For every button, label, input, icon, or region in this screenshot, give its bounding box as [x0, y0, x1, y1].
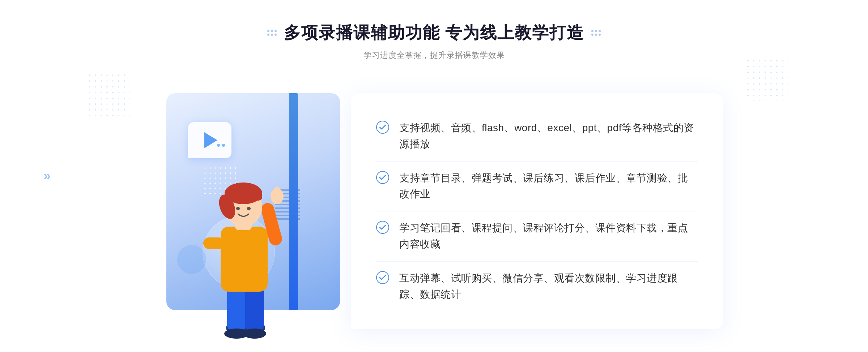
feature-text-1: 支持视频、音频、flash、word、excel、ppt、pdf等各种格式的资源… [399, 120, 698, 153]
title-dots-left [267, 30, 277, 36]
check-icon-1 [376, 121, 389, 134]
character-figure [174, 140, 311, 344]
check-icon-2 [376, 171, 389, 184]
svg-point-20 [376, 221, 389, 233]
svg-point-14 [236, 207, 240, 210]
svg-rect-6 [221, 227, 268, 292]
illustration-wrapper [145, 79, 362, 344]
svg-rect-17 [274, 187, 280, 200]
chevron-left-decoration: » [43, 169, 51, 183]
bg-dots-left [87, 72, 130, 116]
header-section: 多项录播课辅助功能 专为线上教学打造 学习进度全掌握，提升录播课教学效果 [267, 22, 601, 61]
features-panel: 支持视频、音频、flash、word、excel、ppt、pdf等各种格式的资源… [351, 93, 723, 329]
check-icon-3 [376, 221, 389, 234]
svg-point-19 [376, 171, 389, 184]
svg-rect-8 [203, 237, 224, 249]
svg-point-5 [243, 329, 266, 339]
content-area: 支持视频、音频、flash、word、excel、ppt、pdf等各种格式的资源… [145, 79, 723, 344]
feature-text-2: 支持章节目录、弹题考试、课后练习、课后作业、章节测验、批改作业 [399, 170, 698, 203]
subtitle: 学习进度全掌握，提升录播课教学效果 [267, 50, 601, 61]
feature-text-4: 互动弹幕、试听购买、微信分享、观看次数限制、学习进度跟踪、数据统计 [399, 270, 698, 303]
feature-text-3: 学习笔记回看、课程提问、课程评论打分、课件资料下载，重点内容收藏 [399, 220, 698, 253]
check-icon-4 [376, 271, 389, 284]
svg-point-21 [376, 271, 389, 284]
page-wrapper: » 多项录播课辅助功能 专为线上教学打造 学习进度全掌握，提升录播课教学效果 [0, 0, 868, 352]
feature-item-1: 支持视频、音频、flash、word、excel、ppt、pdf等各种格式的资源… [376, 111, 698, 162]
main-title: 多项录播课辅助功能 专为线上教学打造 [284, 22, 584, 44]
feature-item-3: 学习笔记回看、课程提问、课程评论打分、课件资料下载，重点内容收藏 [376, 211, 698, 262]
feature-item-4: 互动弹幕、试听购买、微信分享、观看次数限制、学习进度跟踪、数据统计 [376, 262, 698, 312]
title-wrapper: 多项录播课辅助功能 专为线上教学打造 [267, 22, 601, 44]
svg-point-15 [247, 207, 251, 210]
title-dots-right [591, 30, 601, 36]
svg-point-18 [376, 121, 389, 133]
feature-item-2: 支持章节目录、弹题考试、课后练习、课后作业、章节测验、批改作业 [376, 162, 698, 212]
bg-dots-right [745, 58, 788, 101]
